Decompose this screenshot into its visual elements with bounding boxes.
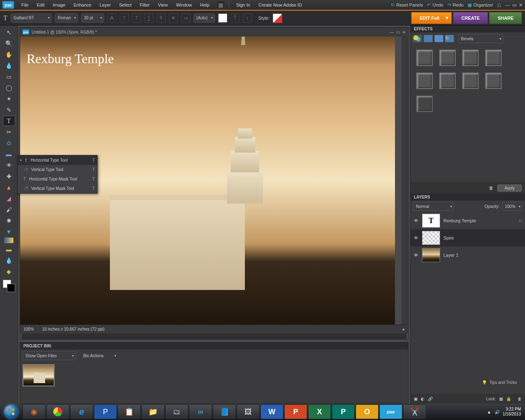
opacity-dropdown[interactable]: 100% <box>502 202 523 211</box>
layer-name[interactable]: Layer 1 <box>443 253 459 258</box>
eraser-tool[interactable]: ◢ <box>3 193 15 203</box>
layer-name[interactable]: Spire <box>443 235 454 240</box>
tray-volume-icon[interactable]: 🔊 <box>495 410 500 414</box>
doc-close-icon[interactable]: ✕ <box>402 30 406 34</box>
menu-select[interactable]: Select <box>115 1 136 9</box>
align-icon[interactable]: ≡ <box>169 14 178 23</box>
blend-mode-dropdown[interactable]: Normal <box>413 202 454 211</box>
shape-tool[interactable]: ▬ <box>3 244 15 254</box>
crop-tool[interactable]: ✂ <box>3 127 15 137</box>
task-app1[interactable]: 📋 <box>118 404 141 419</box>
faux-italic-icon[interactable]: T <box>132 14 141 23</box>
arrange-icon[interactable]: ▦ <box>216 0 225 9</box>
strikethrough-icon[interactable]: T <box>157 14 166 23</box>
photo-effects-icon[interactable] <box>434 35 443 42</box>
delete-layer-icon[interactable]: 🗑 <box>518 397 522 401</box>
style-swatch[interactable] <box>273 14 282 23</box>
menu-file[interactable]: File <box>17 1 33 9</box>
orientation-icon[interactable]: ↕ <box>243 14 252 23</box>
minimize-icon[interactable]: — <box>505 2 510 8</box>
menu-view[interactable]: View <box>154 1 172 9</box>
layers-tab[interactable]: LAYERS <box>411 194 525 201</box>
brush-tool[interactable]: 🖌 <box>3 204 15 215</box>
font-family-dropdown[interactable]: Galliard BT <box>11 14 52 23</box>
filters-icon[interactable] <box>413 35 422 42</box>
bevel-preset[interactable] <box>462 50 479 66</box>
leading-dropdown[interactable]: (Auto) <box>194 14 215 23</box>
bevel-preset[interactable] <box>485 50 502 66</box>
adjustment-icon[interactable]: ◐ <box>421 397 425 401</box>
link-layers-icon[interactable]: 🔗 <box>428 397 433 401</box>
task-excel[interactable]: X <box>308 404 331 419</box>
menu-window[interactable]: Window <box>172 1 196 9</box>
color-swatches[interactable] <box>3 280 15 292</box>
layer-row[interactable]: 👁 T Rexburg Temple fx <box>411 212 525 229</box>
task-powerpoint[interactable]: P <box>284 404 307 419</box>
warp-text-icon[interactable]: T̃ <box>231 14 240 23</box>
move-tool[interactable]: ↖ <box>3 27 15 37</box>
text-color-swatch[interactable] <box>218 14 227 23</box>
lasso-tool[interactable]: ◯ <box>3 82 15 93</box>
share-button[interactable]: SHARE <box>489 12 522 24</box>
home-icon[interactable]: ⌂ <box>497 1 501 9</box>
underline-icon[interactable]: T <box>144 14 153 23</box>
task-app4[interactable]: 📘 <box>213 404 236 419</box>
task-app3[interactable]: ∞ <box>189 404 212 419</box>
layer-thumbnail[interactable] <box>422 231 440 245</box>
bevel-preset[interactable] <box>462 73 479 89</box>
antialias-icon[interactable]: A <box>107 14 116 23</box>
doc-minimize-icon[interactable]: — <box>390 30 394 34</box>
sponge-tool[interactable]: ◆ <box>3 266 15 276</box>
visibility-icon[interactable]: 👁 <box>413 253 419 258</box>
start-button[interactable] <box>0 404 22 420</box>
vertical-scrollbar[interactable] <box>402 37 408 324</box>
tips-and-tricks[interactable]: 💡Tips and Tricks <box>482 377 517 387</box>
bevel-preset[interactable] <box>439 50 456 66</box>
menu-help[interactable]: Help <box>196 1 214 9</box>
link-icon[interactable]: fx <box>519 218 523 223</box>
layer-name[interactable]: Rexburg Temple <box>443 218 476 223</box>
system-tray[interactable]: ▲ 🔊 3:22 PM 1/16/2013 <box>483 407 525 417</box>
bevel-preset[interactable] <box>416 96 433 112</box>
create-button[interactable]: CREATE <box>453 12 488 24</box>
menu-layer[interactable]: Layer <box>96 1 115 9</box>
bucket-tool[interactable]: ▼ <box>3 226 15 237</box>
blur-tool[interactable]: 💧 <box>3 255 15 265</box>
faux-bold-icon[interactable]: T <box>120 14 129 23</box>
menu-image[interactable]: Image <box>49 1 70 9</box>
doc-restore-icon[interactable]: ▭ <box>396 30 400 34</box>
effects-tab[interactable]: EFFECTS <box>411 25 525 32</box>
quick-select-tool[interactable]: ✎ <box>3 105 15 115</box>
flyout-item-horizontal-type[interactable]: •THorizontal Type ToolT <box>18 155 97 165</box>
restore-icon[interactable]: ▭ <box>512 2 516 8</box>
flyout-item-horizontal-mask[interactable]: T̈Horizontal Type Mask ToolT <box>18 174 97 184</box>
font-style-dropdown[interactable]: Roman <box>55 14 78 23</box>
organizer-button[interactable]: ▦Organizer <box>468 2 493 8</box>
bevel-preset[interactable] <box>416 73 433 89</box>
bevel-preset[interactable] <box>485 73 502 89</box>
healing-tool[interactable]: ✚ <box>3 171 15 181</box>
eyedropper-tool[interactable]: 💧 <box>3 60 15 71</box>
flyout-item-vertical-type[interactable]: ↓TVertical Type ToolT <box>18 165 97 174</box>
menu-edit[interactable]: Edit <box>33 1 49 9</box>
layer-styles-icon[interactable] <box>424 35 433 42</box>
lock-all-icon[interactable]: 🔒 <box>506 397 511 401</box>
layer-thumbnail[interactable] <box>422 248 440 262</box>
bin-thumbnail[interactable] <box>23 364 55 386</box>
flyout-item-vertical-mask[interactable]: ↓T̈Vertical Type Mask ToolT <box>18 184 97 193</box>
task-firefox[interactable]: ◉ <box>23 404 46 419</box>
bin-actions-dropdown[interactable]: Bin Actions <box>81 351 118 360</box>
layer-thumbnail[interactable]: T <box>422 214 440 228</box>
show-files-dropdown[interactable]: Show Open Files <box>23 351 76 360</box>
tray-up-icon[interactable]: ▲ <box>487 410 491 414</box>
signin-link[interactable]: Sign In <box>232 1 254 9</box>
menu-filter[interactable]: Filter <box>136 1 154 9</box>
smart-brush-tool[interactable]: ✺ <box>3 215 15 226</box>
all-icon[interactable]: fx <box>445 35 454 42</box>
lock-pixels-icon[interactable]: ▦ <box>499 397 503 401</box>
magic-wand-tool[interactable]: ✦ <box>3 94 15 104</box>
type-tool[interactable]: T <box>3 116 15 126</box>
bevel-preset[interactable] <box>416 50 433 66</box>
hand-tool[interactable]: ✋ <box>3 49 15 59</box>
apply-button[interactable]: Apply <box>498 185 522 192</box>
